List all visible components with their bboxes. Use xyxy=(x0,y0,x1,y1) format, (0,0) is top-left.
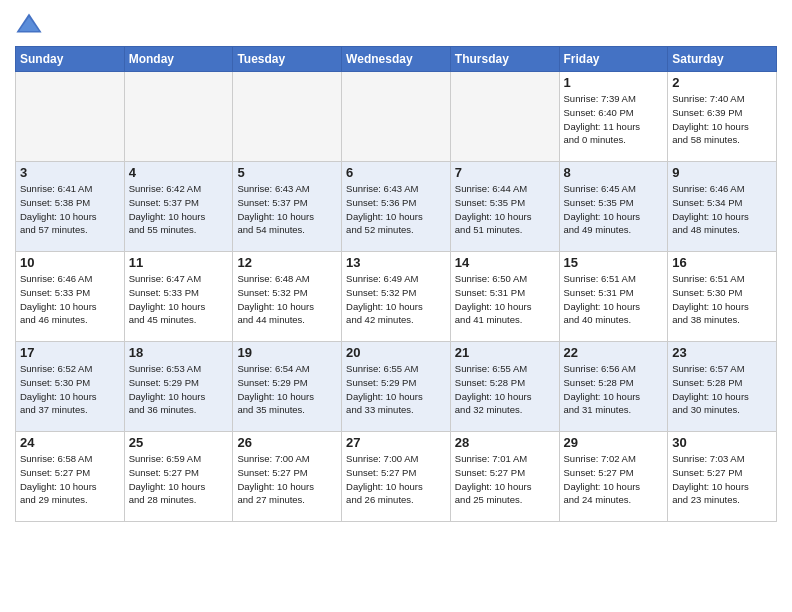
calendar-cell: 10Sunrise: 6:46 AM Sunset: 5:33 PM Dayli… xyxy=(16,252,125,342)
day-info: Sunrise: 6:50 AM Sunset: 5:31 PM Dayligh… xyxy=(455,272,555,327)
calendar-cell xyxy=(342,72,451,162)
calendar-week-4: 24Sunrise: 6:58 AM Sunset: 5:27 PM Dayli… xyxy=(16,432,777,522)
day-info: Sunrise: 6:43 AM Sunset: 5:37 PM Dayligh… xyxy=(237,182,337,237)
calendar-cell: 30Sunrise: 7:03 AM Sunset: 5:27 PM Dayli… xyxy=(668,432,777,522)
calendar-cell: 29Sunrise: 7:02 AM Sunset: 5:27 PM Dayli… xyxy=(559,432,668,522)
weekday-header-tuesday: Tuesday xyxy=(233,47,342,72)
calendar-cell: 2Sunrise: 7:40 AM Sunset: 6:39 PM Daylig… xyxy=(668,72,777,162)
day-info: Sunrise: 6:45 AM Sunset: 5:35 PM Dayligh… xyxy=(564,182,664,237)
calendar-week-3: 17Sunrise: 6:52 AM Sunset: 5:30 PM Dayli… xyxy=(16,342,777,432)
day-info: Sunrise: 7:39 AM Sunset: 6:40 PM Dayligh… xyxy=(564,92,664,147)
calendar-cell xyxy=(16,72,125,162)
calendar-cell: 28Sunrise: 7:01 AM Sunset: 5:27 PM Dayli… xyxy=(450,432,559,522)
calendar-cell: 9Sunrise: 6:46 AM Sunset: 5:34 PM Daylig… xyxy=(668,162,777,252)
calendar-cell: 19Sunrise: 6:54 AM Sunset: 5:29 PM Dayli… xyxy=(233,342,342,432)
day-info: Sunrise: 6:48 AM Sunset: 5:32 PM Dayligh… xyxy=(237,272,337,327)
day-number: 28 xyxy=(455,435,555,450)
page: SundayMondayTuesdayWednesdayThursdayFrid… xyxy=(0,0,792,612)
day-number: 6 xyxy=(346,165,446,180)
day-number: 11 xyxy=(129,255,229,270)
calendar-cell: 21Sunrise: 6:55 AM Sunset: 5:28 PM Dayli… xyxy=(450,342,559,432)
calendar-cell: 16Sunrise: 6:51 AM Sunset: 5:30 PM Dayli… xyxy=(668,252,777,342)
day-info: Sunrise: 6:43 AM Sunset: 5:36 PM Dayligh… xyxy=(346,182,446,237)
day-info: Sunrise: 7:02 AM Sunset: 5:27 PM Dayligh… xyxy=(564,452,664,507)
weekday-header-saturday: Saturday xyxy=(668,47,777,72)
day-number: 18 xyxy=(129,345,229,360)
calendar-cell: 13Sunrise: 6:49 AM Sunset: 5:32 PM Dayli… xyxy=(342,252,451,342)
day-info: Sunrise: 7:40 AM Sunset: 6:39 PM Dayligh… xyxy=(672,92,772,147)
header xyxy=(15,10,777,38)
day-info: Sunrise: 6:52 AM Sunset: 5:30 PM Dayligh… xyxy=(20,362,120,417)
calendar-cell: 1Sunrise: 7:39 AM Sunset: 6:40 PM Daylig… xyxy=(559,72,668,162)
day-number: 19 xyxy=(237,345,337,360)
calendar-cell: 5Sunrise: 6:43 AM Sunset: 5:37 PM Daylig… xyxy=(233,162,342,252)
day-number: 14 xyxy=(455,255,555,270)
day-info: Sunrise: 6:44 AM Sunset: 5:35 PM Dayligh… xyxy=(455,182,555,237)
day-number: 1 xyxy=(564,75,664,90)
calendar-cell: 6Sunrise: 6:43 AM Sunset: 5:36 PM Daylig… xyxy=(342,162,451,252)
day-info: Sunrise: 6:51 AM Sunset: 5:31 PM Dayligh… xyxy=(564,272,664,327)
day-info: Sunrise: 6:59 AM Sunset: 5:27 PM Dayligh… xyxy=(129,452,229,507)
calendar-table: SundayMondayTuesdayWednesdayThursdayFrid… xyxy=(15,46,777,522)
calendar-cell xyxy=(233,72,342,162)
calendar-cell: 11Sunrise: 6:47 AM Sunset: 5:33 PM Dayli… xyxy=(124,252,233,342)
day-number: 9 xyxy=(672,165,772,180)
day-info: Sunrise: 6:54 AM Sunset: 5:29 PM Dayligh… xyxy=(237,362,337,417)
day-info: Sunrise: 7:01 AM Sunset: 5:27 PM Dayligh… xyxy=(455,452,555,507)
day-number: 17 xyxy=(20,345,120,360)
calendar-header-row: SundayMondayTuesdayWednesdayThursdayFrid… xyxy=(16,47,777,72)
calendar-cell: 24Sunrise: 6:58 AM Sunset: 5:27 PM Dayli… xyxy=(16,432,125,522)
day-number: 22 xyxy=(564,345,664,360)
day-info: Sunrise: 6:51 AM Sunset: 5:30 PM Dayligh… xyxy=(672,272,772,327)
logo-icon xyxy=(15,10,43,38)
day-number: 16 xyxy=(672,255,772,270)
calendar-cell: 15Sunrise: 6:51 AM Sunset: 5:31 PM Dayli… xyxy=(559,252,668,342)
day-info: Sunrise: 6:57 AM Sunset: 5:28 PM Dayligh… xyxy=(672,362,772,417)
day-number: 30 xyxy=(672,435,772,450)
day-number: 24 xyxy=(20,435,120,450)
day-number: 15 xyxy=(564,255,664,270)
calendar-cell: 26Sunrise: 7:00 AM Sunset: 5:27 PM Dayli… xyxy=(233,432,342,522)
day-number: 26 xyxy=(237,435,337,450)
day-info: Sunrise: 6:55 AM Sunset: 5:28 PM Dayligh… xyxy=(455,362,555,417)
day-info: Sunrise: 6:42 AM Sunset: 5:37 PM Dayligh… xyxy=(129,182,229,237)
calendar-cell: 12Sunrise: 6:48 AM Sunset: 5:32 PM Dayli… xyxy=(233,252,342,342)
calendar-cell: 23Sunrise: 6:57 AM Sunset: 5:28 PM Dayli… xyxy=(668,342,777,432)
day-number: 29 xyxy=(564,435,664,450)
day-number: 3 xyxy=(20,165,120,180)
calendar-cell: 14Sunrise: 6:50 AM Sunset: 5:31 PM Dayli… xyxy=(450,252,559,342)
day-info: Sunrise: 7:00 AM Sunset: 5:27 PM Dayligh… xyxy=(346,452,446,507)
day-number: 27 xyxy=(346,435,446,450)
day-info: Sunrise: 7:03 AM Sunset: 5:27 PM Dayligh… xyxy=(672,452,772,507)
day-number: 10 xyxy=(20,255,120,270)
calendar-cell: 20Sunrise: 6:55 AM Sunset: 5:29 PM Dayli… xyxy=(342,342,451,432)
day-info: Sunrise: 6:56 AM Sunset: 5:28 PM Dayligh… xyxy=(564,362,664,417)
day-info: Sunrise: 6:55 AM Sunset: 5:29 PM Dayligh… xyxy=(346,362,446,417)
calendar-cell xyxy=(124,72,233,162)
calendar-cell: 8Sunrise: 6:45 AM Sunset: 5:35 PM Daylig… xyxy=(559,162,668,252)
day-number: 2 xyxy=(672,75,772,90)
calendar-cell: 22Sunrise: 6:56 AM Sunset: 5:28 PM Dayli… xyxy=(559,342,668,432)
day-info: Sunrise: 6:41 AM Sunset: 5:38 PM Dayligh… xyxy=(20,182,120,237)
calendar-cell: 25Sunrise: 6:59 AM Sunset: 5:27 PM Dayli… xyxy=(124,432,233,522)
calendar-week-0: 1Sunrise: 7:39 AM Sunset: 6:40 PM Daylig… xyxy=(16,72,777,162)
day-number: 21 xyxy=(455,345,555,360)
day-info: Sunrise: 7:00 AM Sunset: 5:27 PM Dayligh… xyxy=(237,452,337,507)
weekday-header-thursday: Thursday xyxy=(450,47,559,72)
weekday-header-monday: Monday xyxy=(124,47,233,72)
day-number: 8 xyxy=(564,165,664,180)
day-number: 12 xyxy=(237,255,337,270)
day-info: Sunrise: 6:46 AM Sunset: 5:33 PM Dayligh… xyxy=(20,272,120,327)
day-number: 5 xyxy=(237,165,337,180)
day-info: Sunrise: 6:46 AM Sunset: 5:34 PM Dayligh… xyxy=(672,182,772,237)
day-info: Sunrise: 6:58 AM Sunset: 5:27 PM Dayligh… xyxy=(20,452,120,507)
day-number: 13 xyxy=(346,255,446,270)
day-number: 23 xyxy=(672,345,772,360)
calendar-cell: 18Sunrise: 6:53 AM Sunset: 5:29 PM Dayli… xyxy=(124,342,233,432)
calendar-week-2: 10Sunrise: 6:46 AM Sunset: 5:33 PM Dayli… xyxy=(16,252,777,342)
calendar-cell: 3Sunrise: 6:41 AM Sunset: 5:38 PM Daylig… xyxy=(16,162,125,252)
calendar-cell: 27Sunrise: 7:00 AM Sunset: 5:27 PM Dayli… xyxy=(342,432,451,522)
calendar-cell xyxy=(450,72,559,162)
calendar-week-1: 3Sunrise: 6:41 AM Sunset: 5:38 PM Daylig… xyxy=(16,162,777,252)
weekday-header-friday: Friday xyxy=(559,47,668,72)
